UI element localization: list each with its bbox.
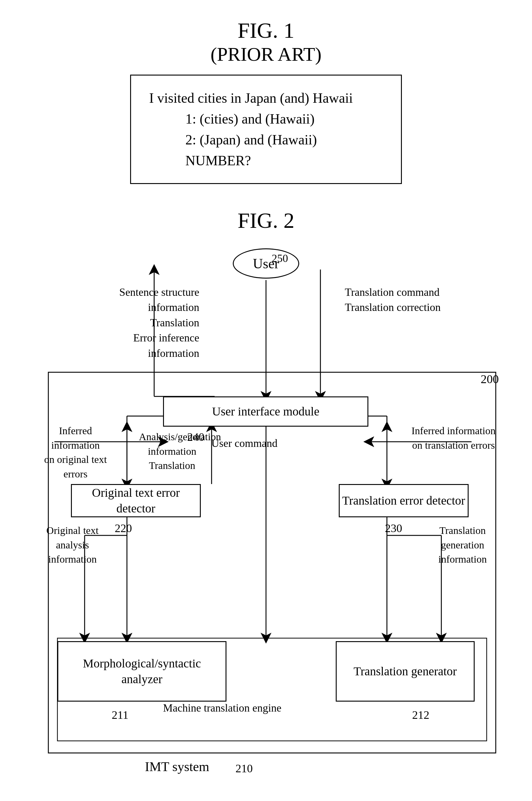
trans-gen-info-label: Translation generation information bbox=[426, 523, 499, 566]
orig-analysis-info-label: Original text analysis information bbox=[39, 523, 106, 566]
user-command-label: User command bbox=[211, 436, 278, 451]
inferred-orig-errors-label: Inferred information on original text er… bbox=[36, 424, 115, 481]
fig1-line2: 1: (cities) and (Hawaii) bbox=[149, 108, 383, 129]
trans-error-detector-box: Translation error detector bbox=[339, 484, 469, 517]
sentence-structure-info: Sentence structure information Translati… bbox=[84, 285, 199, 361]
imt-system-label: IMT system bbox=[145, 759, 209, 775]
fig1-heading: FIG. 1 bbox=[24, 18, 508, 43]
label-200: 200 bbox=[481, 371, 499, 388]
translation-command-info: Translation command Translation correcti… bbox=[345, 285, 448, 315]
fig1-line4: NUMBER? bbox=[149, 150, 383, 171]
user-interface-module-box: User interface module bbox=[163, 396, 368, 426]
label-210: 210 bbox=[235, 761, 253, 777]
fig2-title: FIG. 2 bbox=[24, 208, 508, 233]
label-220: 220 bbox=[115, 520, 132, 536]
fig2-diagram: User 250 200 Sentence structure informat… bbox=[24, 245, 508, 789]
trans-generator-box: Translation generator bbox=[336, 641, 475, 702]
inferred-trans-errors-label: Inferred information on translation erro… bbox=[411, 424, 496, 452]
orig-error-detector-box: Original text error detector bbox=[71, 484, 201, 517]
label-212: 212 bbox=[412, 707, 429, 723]
mte-label: Machine translation engine bbox=[163, 702, 281, 714]
fig1-title: FIG. 1 (PRIOR ART) bbox=[24, 18, 508, 66]
fig2-heading: FIG. 2 bbox=[24, 208, 508, 233]
fig1-subtitle: (PRIOR ART) bbox=[24, 43, 508, 66]
fig1-box: I visited cities in Japan (and) Hawaii 1… bbox=[130, 75, 402, 184]
user-ellipse: User bbox=[233, 248, 299, 278]
label-230: 230 bbox=[385, 520, 402, 536]
page: FIG. 1 (PRIOR ART) I visited cities in J… bbox=[0, 0, 532, 801]
fig1-line3: 2: (Japan) and (Hawaii) bbox=[149, 129, 383, 150]
analysis-gen-info-label: Analysis/generation information Translat… bbox=[139, 430, 205, 473]
fig1-line1: I visited cities in Japan (and) Hawaii bbox=[149, 88, 383, 108]
label-211: 211 bbox=[112, 707, 129, 723]
morph-analyzer-box: Morphological/syntactic analyzer bbox=[57, 641, 226, 702]
label-250: 250 bbox=[272, 251, 288, 266]
